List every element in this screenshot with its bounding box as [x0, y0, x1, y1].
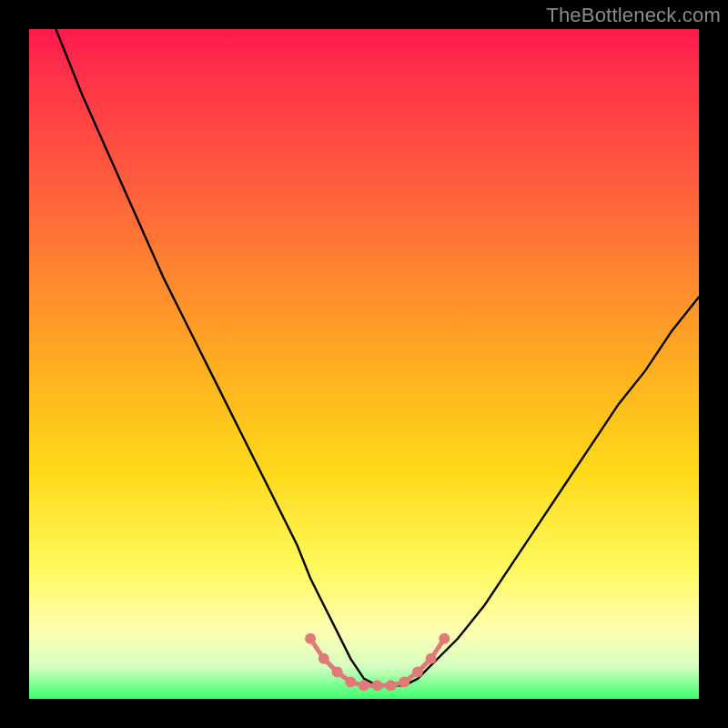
bottleneck-curve-svg: [29, 29, 699, 699]
valley-marker-dot: [332, 667, 343, 678]
valley-marker-dot: [426, 653, 437, 664]
chart-frame: TheBottleneck.com: [0, 0, 728, 728]
valley-marker-dot: [399, 677, 410, 688]
watermark-text: TheBottleneck.com: [546, 4, 721, 27]
valley-marker-dot: [345, 677, 356, 688]
gradient-plot-area: [29, 29, 699, 699]
valley-marker-dot: [372, 680, 383, 691]
valley-marker-connector: [310, 639, 444, 686]
valley-marker-dot: [318, 653, 329, 664]
bottleneck-curve: [56, 29, 699, 685]
valley-markers: [305, 633, 450, 692]
valley-marker-dot: [439, 633, 450, 644]
valley-marker-dot: [359, 680, 369, 691]
valley-marker-dot: [385, 680, 396, 691]
valley-marker-dot: [412, 667, 423, 678]
valley-marker-dot: [305, 633, 316, 644]
